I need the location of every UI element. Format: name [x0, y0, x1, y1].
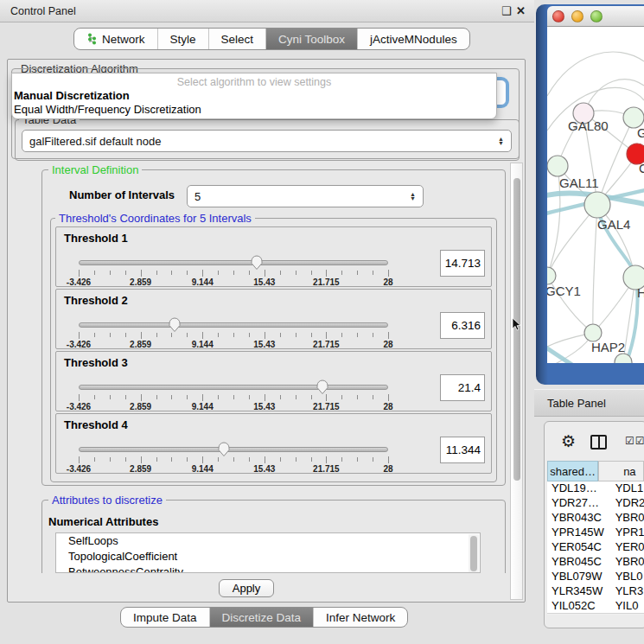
attributes-to-discretize-label: Attributes to discretize	[48, 494, 166, 507]
table-hscrollbar[interactable]	[547, 613, 644, 615]
cell-shared-name: YDR27…	[547, 496, 611, 511]
threshold-slider[interactable]	[79, 385, 388, 390]
table-row[interactable]: YER054CYER0	[547, 540, 644, 555]
gear-icon[interactable]: ⚙	[561, 431, 576, 451]
tab-style[interactable]: Style	[158, 29, 209, 49]
column-header-shared-name[interactable]: shared…	[547, 461, 598, 481]
tab-infer-network[interactable]: Infer Network	[314, 608, 407, 627]
slider-tick-label: 15.43	[253, 340, 275, 349]
table-row[interactable]: YIL052CYIL0	[547, 599, 644, 614]
column-header-name[interactable]: na	[598, 461, 644, 481]
slider-thumb[interactable]	[217, 441, 231, 461]
tab-label: Cyni Toolbox	[278, 33, 345, 46]
slider-tick	[94, 457, 95, 462]
cell-shared-name: YBL079W	[547, 570, 611, 584]
slider-thumb[interactable]	[168, 316, 182, 336]
slider-tick	[202, 394, 203, 401]
close-traffic-light-icon[interactable]	[552, 10, 564, 22]
control-panel-titlebar: Control Panel ❑ ✕	[0, 0, 534, 22]
float-window-icon[interactable]: ❑	[501, 4, 512, 17]
tab-jactivemnodules[interactable]: jActiveMNodules	[358, 29, 469, 49]
tab-select[interactable]: Select	[209, 29, 267, 49]
attributes-scrollbar-thumb[interactable]	[470, 536, 477, 571]
attribute-list-item[interactable]: TopologicalCoefficient	[56, 549, 480, 564]
slider-tick	[280, 457, 281, 462]
checkbox-columns-icon[interactable]: ☑☑	[625, 435, 644, 447]
slider-tick	[233, 333, 234, 337]
node-attribute-table[interactable]: shared…na YDL19…YDL1YDR27…YDR2YBR043CYBR…	[547, 461, 644, 615]
slider-tick	[156, 457, 157, 462]
attributes-scrollbar[interactable]	[469, 534, 479, 573]
slider-tick	[110, 271, 111, 275]
cell-name: YBR0	[611, 555, 644, 570]
slider-tick	[94, 333, 95, 337]
slider-tick-label: 15.43	[253, 277, 275, 287]
table-row[interactable]: YPR145WYPR1	[547, 526, 644, 540]
threshold-slider[interactable]	[79, 322, 388, 328]
slider-tick	[233, 271, 234, 275]
tab-network[interactable]: Network	[74, 29, 158, 49]
table-row[interactable]: YDL19…YDL1	[547, 481, 644, 496]
table-row[interactable]: YDR27…YDR2	[547, 496, 644, 511]
numerical-attributes-list[interactable]: SelfLoopsTopologicalCoefficientBetweenne…	[55, 532, 481, 573]
slider-tick-label: -3.426	[67, 402, 91, 411]
tab-label: Select	[221, 33, 254, 46]
cell-shared-name: YIL052C	[547, 599, 611, 614]
apply-button[interactable]: Apply	[219, 579, 274, 597]
close-icon[interactable]: ✕	[516, 4, 526, 17]
slider-tick-label: 28	[383, 402, 392, 411]
attribute-list-item[interactable]: BetweennessCentrality	[56, 564, 480, 573]
tab-cyni-toolbox[interactable]: Cyni Toolbox	[266, 29, 358, 49]
slider-tick	[187, 395, 188, 399]
tab-discretize-data[interactable]: Discretize Data	[210, 608, 315, 627]
zoom-traffic-light-icon[interactable]	[590, 10, 603, 22]
table-row[interactable]: YBR043CYBR0	[547, 511, 644, 526]
network-node-label: H	[637, 285, 644, 300]
threshold-value-field[interactable]: 14.713	[440, 250, 485, 277]
number-of-intervals-spinner[interactable]: 5 ▲▼	[187, 185, 424, 207]
threshold-panel-3: Threshold 3-3.4262.8599.14415.4321.71528…	[55, 351, 492, 411]
slider-tick	[156, 395, 157, 399]
algorithm-option-manual[interactable]: Manual Discretization	[12, 88, 496, 102]
number-of-intervals-value: 5	[194, 190, 201, 203]
slider-tick-label: 2.859	[130, 464, 151, 474]
table-row[interactable]: YLR345WYLR3	[547, 584, 644, 599]
slider-tick	[311, 333, 312, 337]
minimize-traffic-light-icon[interactable]	[571, 10, 583, 22]
slider-tick	[373, 333, 373, 337]
threshold-value-field[interactable]: 11.344	[440, 437, 485, 463]
network-node[interactable]	[584, 324, 602, 341]
column-layout-icon[interactable]	[590, 435, 607, 450]
threshold-value-field[interactable]: 6.316	[440, 312, 485, 339]
attribute-list-item[interactable]: SelfLoops	[56, 533, 480, 549]
slider-tick	[341, 333, 342, 337]
threshold-slider[interactable]	[79, 447, 388, 452]
slider-tick	[265, 456, 265, 463]
slider-tick-label: 28	[383, 464, 392, 474]
mouse-cursor	[512, 318, 522, 332]
table-row[interactable]: YBR045CYBR0	[547, 555, 644, 570]
slider-tick	[357, 271, 358, 275]
tab-impute-data[interactable]: Impute Data	[121, 608, 210, 627]
slider-tick-label: 21.715	[313, 402, 340, 411]
cell-name: YDR2	[611, 496, 644, 511]
threshold-slider[interactable]	[79, 260, 388, 265]
slider-tick	[110, 457, 111, 462]
slider-thumb[interactable]	[316, 379, 329, 399]
slider-tick	[94, 395, 95, 399]
algorithm-hint-option[interactable]: Select algorithm to view settings	[12, 73, 496, 88]
network-node[interactable]	[547, 267, 556, 284]
network-node[interactable]	[584, 192, 610, 218]
network-node[interactable]	[547, 156, 568, 176]
tab-label: Style	[170, 33, 196, 46]
network-node-label: GCY1	[547, 284, 581, 298]
network-view[interactable]: GAL80GACGAL11GAL4GCY1HHAP2	[547, 27, 644, 363]
cell-shared-name: YBR045C	[547, 555, 611, 570]
table-row[interactable]: YBL079WYBL0	[547, 570, 644, 584]
algorithm-option-equal-width[interactable]: Equal Width/Frequency Discretization	[12, 102, 496, 116]
network-icon	[86, 33, 98, 45]
slider-thumb[interactable]	[250, 254, 264, 274]
slider-tick	[373, 271, 373, 275]
panel-scrollbar[interactable]	[510, 163, 523, 600]
threshold-value-field[interactable]: 21.4	[440, 374, 485, 401]
